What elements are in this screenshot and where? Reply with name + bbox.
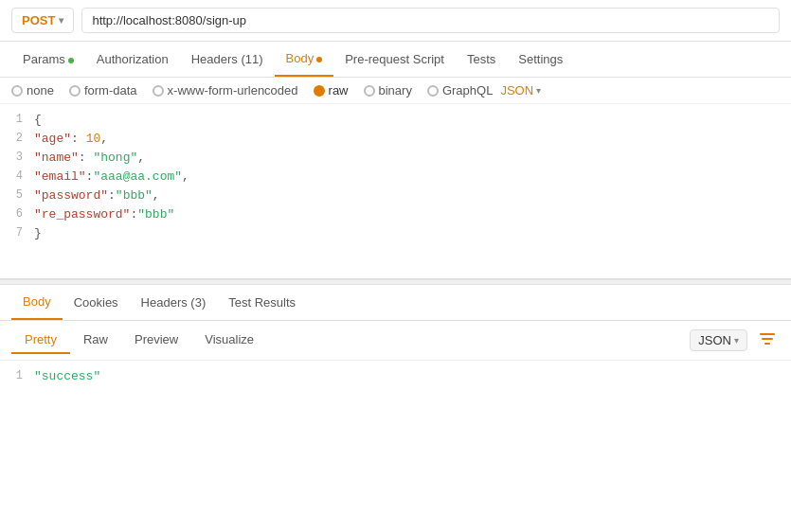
response-body-display: 1 "success" xyxy=(0,361,791,395)
code-line-1: 1 { xyxy=(0,112,791,131)
format-graphql[interactable]: GraphQL xyxy=(427,83,493,98)
svg-rect-1 xyxy=(762,338,773,340)
resp-tab-cookies[interactable]: Cookies xyxy=(63,286,130,319)
format-urlencoded-radio xyxy=(153,85,164,97)
format-form-data-radio xyxy=(69,85,81,97)
format-none-radio xyxy=(11,85,23,97)
request-body-editor[interactable]: 1 { 2 "age": 10, 3 "name": "hong", 4 "em… xyxy=(0,104,791,279)
resp-json-label: JSON xyxy=(698,333,731,347)
code-line-5: 5 "password":"bbb", xyxy=(0,187,791,206)
resp-line-1: 1 "success" xyxy=(0,368,791,387)
svg-rect-0 xyxy=(760,333,775,335)
resp-tab-body[interactable]: Body xyxy=(11,285,63,320)
tab-pre-request-script[interactable]: Pre-request Script xyxy=(333,43,456,76)
format-none[interactable]: none xyxy=(11,83,54,98)
code-line-4: 4 "email":"aaa@aa.com", xyxy=(0,168,791,187)
format-graphql-radio xyxy=(427,85,439,97)
tab-headers[interactable]: Headers (11) xyxy=(180,43,275,76)
url-input[interactable] xyxy=(81,8,780,33)
code-line-2: 2 "age": 10, xyxy=(0,131,791,150)
tab-authorization[interactable]: Authorization xyxy=(85,43,180,76)
resp-format-pretty[interactable]: Pretty xyxy=(11,327,70,354)
tab-tests[interactable]: Tests xyxy=(456,43,507,76)
json-format-label: JSON xyxy=(500,83,533,98)
format-raw[interactable]: raw xyxy=(314,83,349,98)
request-tabs: Params Authorization Headers (11) Body P… xyxy=(0,42,791,78)
tab-settings[interactable]: Settings xyxy=(507,43,574,76)
resp-filter-button[interactable] xyxy=(755,329,780,352)
format-binary[interactable]: binary xyxy=(364,83,412,98)
resp-json-select[interactable]: JSON ▾ xyxy=(690,329,747,351)
response-tabs: Body Cookies Headers (3) Test Results xyxy=(0,285,791,321)
params-dot xyxy=(68,58,74,63)
resp-format-visualize[interactable]: Visualize xyxy=(191,327,267,354)
resp-format-preview[interactable]: Preview xyxy=(121,327,191,354)
method-label: POST xyxy=(22,13,55,27)
code-line-6: 6 "re_password":"bbb" xyxy=(0,206,791,225)
json-format-select[interactable]: JSON ▾ xyxy=(500,83,541,98)
resp-tab-headers[interactable]: Headers (3) xyxy=(130,286,218,319)
format-urlencoded[interactable]: x-www-form-urlencoded xyxy=(153,83,298,98)
format-raw-radio xyxy=(314,85,325,97)
response-format-bar: Pretty Raw Preview Visualize JSON ▾ xyxy=(0,321,791,361)
tab-params[interactable]: Params xyxy=(11,43,85,76)
tab-body[interactable]: Body xyxy=(275,42,334,77)
resp-json-chevron: ▾ xyxy=(734,335,739,346)
format-form-data[interactable]: form-data xyxy=(69,83,137,98)
code-line-7: 7 } xyxy=(0,225,791,244)
json-chevron: ▾ xyxy=(536,85,541,96)
format-binary-radio xyxy=(364,85,375,97)
url-bar: POST ▾ xyxy=(0,0,791,42)
resp-format-raw[interactable]: Raw xyxy=(70,327,121,354)
body-format-bar: none form-data x-www-form-urlencoded raw… xyxy=(0,78,791,104)
body-dot xyxy=(316,57,322,62)
method-chevron: ▾ xyxy=(59,15,63,26)
svg-rect-2 xyxy=(764,343,770,345)
code-line-3: 3 "name": "hong", xyxy=(0,150,791,168)
resp-tab-test-results[interactable]: Test Results xyxy=(217,286,307,319)
method-select[interactable]: POST ▾ xyxy=(11,8,74,33)
